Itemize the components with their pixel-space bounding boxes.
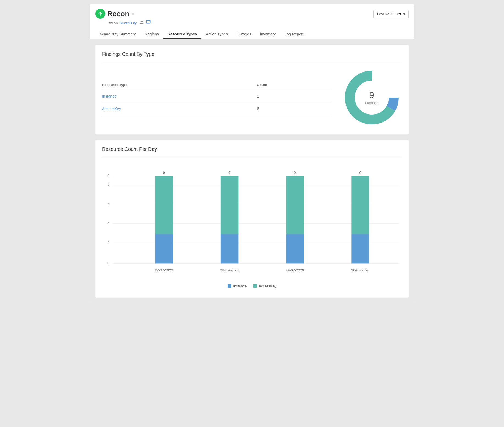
findings-card-title: Findings Count By Type [102,51,402,62]
nav-tabs: GuardDuty Summary Regions Resource Types… [90,29,414,39]
y-label-2: 2 [107,240,110,245]
x-label-2: 28-07-2020 [220,268,239,272]
content-area: Findings Count By Type Resource Type Cou… [90,39,414,303]
legend-label-accesskey: AccessKey [259,284,276,288]
bar-accesskey-1 [155,176,173,234]
y-label-0-bottom: 0 [107,261,110,265]
donut-center: 9 Findings [365,90,378,105]
x-label-3: 29-07-2020 [286,268,304,272]
donut-total: 9 [365,90,378,100]
legend-dot-instance [228,284,231,288]
main-container: Recon ≡ Recon GuardDuty 🏷 Last 2 [90,4,414,303]
x-label-4: 30-07-2020 [351,268,369,272]
header: Recon ≡ Recon GuardDuty 🏷 Last 2 [90,4,414,26]
y-label-0-top: 0 [107,174,110,178]
bar-label-4: 9 [359,171,361,175]
bar-chart-card: Resource Count Per Day 0 8 6 4 2 [95,140,409,298]
bar-accesskey-4 [351,176,369,234]
tab-log-report[interactable]: Log Report [280,29,308,39]
legend-accesskey: AccessKey [253,284,276,288]
bar-label-2: 9 [228,171,230,175]
legend-instance: Instance [228,284,247,288]
resource-type-accesskey[interactable]: AccessKey [102,102,257,115]
findings-layout: Resource Type Count Instance 3 AccessKey [102,67,402,128]
chevron-down-icon: ▾ [403,12,405,16]
tab-outages[interactable]: Outages [232,29,256,39]
bar-instance-2 [221,234,239,263]
findings-card: Findings Count By Type Resource Type Cou… [95,45,409,134]
time-selector[interactable]: Last 24 Hours ▾ [373,10,409,18]
breadcrumb-guardduty[interactable]: GuardDuty [120,21,137,25]
findings-table: Resource Type Count Instance 3 AccessKey [102,80,331,115]
chart-legend: Instance AccessKey [102,284,402,288]
status-up-icon [95,9,105,19]
bar-chart-svg: 0 8 6 4 2 0 [102,165,402,280]
tag-icon[interactable]: 🏷 [139,20,144,25]
col-resource-type: Resource Type [102,80,257,90]
bar-instance-4 [351,234,369,263]
y-label-6: 6 [107,202,110,206]
tab-guardduty-summary[interactable]: GuardDuty Summary [95,29,140,39]
col-count: Count [257,80,331,90]
x-label-1: 27-07-2020 [155,268,173,272]
bar-instance-1 [155,234,173,263]
donut-chart: 9 Findings [342,67,402,128]
table-row: Instance 3 [102,90,331,102]
breadcrumb-icons: 🏷 [139,20,151,26]
time-selector-label: Last 24 Hours [377,12,401,16]
breadcrumb: Recon GuardDuty 🏷 [107,20,151,26]
bar-chart-title: Resource Count Per Day [102,146,402,157]
bar-instance-3 [286,234,304,263]
findings-table-section: Resource Type Count Instance 3 AccessKey [102,80,331,115]
y-label-8: 8 [107,182,110,187]
count-instance: 3 [257,90,331,102]
bar-accesskey-2 [221,176,239,234]
count-accesskey: 6 [257,102,331,115]
breadcrumb-recon: Recon [107,21,118,25]
tab-regions[interactable]: Regions [140,29,163,39]
chat-icon[interactable] [146,20,151,26]
table-row: AccessKey 6 [102,102,331,115]
tab-inventory[interactable]: Inventory [256,29,280,39]
y-label-4: 4 [107,221,110,225]
menu-icon[interactable]: ≡ [131,11,134,17]
page-title: Recon [107,10,129,18]
donut-label: Findings [365,101,378,105]
bar-chart-area: 0 8 6 4 2 0 [102,162,402,291]
bar-accesskey-3 [286,176,304,234]
resource-type-instance[interactable]: Instance [102,90,257,102]
tab-action-types[interactable]: Action Types [201,29,232,39]
legend-dot-accesskey [253,284,257,288]
header-left: Recon ≡ Recon GuardDuty 🏷 [95,9,151,26]
bar-label-1: 9 [163,171,165,175]
tab-resource-types[interactable]: Resource Types [163,29,201,39]
legend-label-instance: Instance [233,284,247,288]
bar-label-3: 9 [294,171,296,175]
donut-section: 9 Findings [342,67,402,128]
title-row: Recon ≡ [95,9,151,19]
